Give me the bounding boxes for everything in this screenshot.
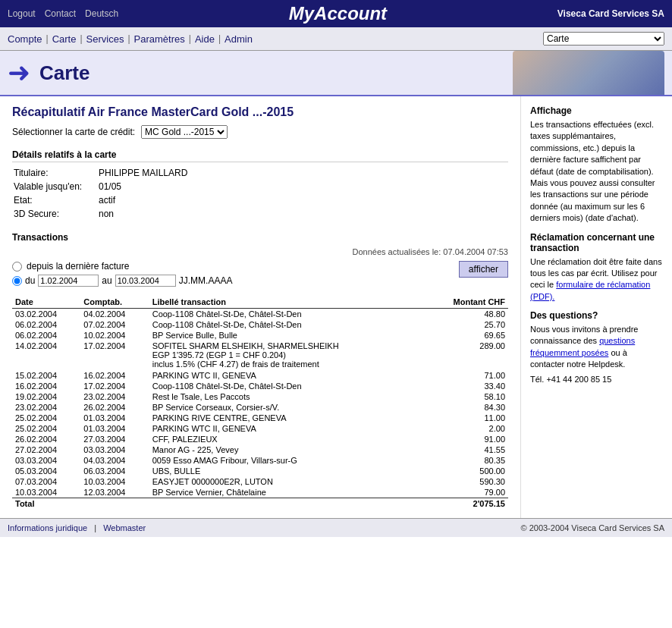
cell-comptab: 10.03.2004	[80, 476, 149, 487]
banner-title: Carte	[39, 61, 89, 85]
cell-date: 26.02.2004	[12, 434, 80, 444]
cell-label: PARKING RIVE CENTRE, GENEVA	[149, 413, 425, 423]
card-detail-label: Valable jusqu'en:	[14, 181, 97, 193]
cell-date: 05.03.2004	[12, 466, 80, 476]
sidebar-reclamation-text: Une réclamation doit être faite dans tou…	[530, 256, 663, 303]
radio-date-range[interactable]	[12, 276, 22, 286]
cell-label: PARKING WTC II, GENEVA	[149, 370, 425, 381]
footer-sep: |	[94, 523, 99, 532]
total-row: Total 2'075.15	[12, 498, 508, 510]
table-row: 10.03.2004 12.03.2004 BP Service Vernier…	[12, 487, 508, 498]
transactions-heading: Transactions	[12, 232, 508, 243]
cell-date: 03.03.2004	[12, 455, 80, 466]
cell-amount: 48.80	[425, 309, 508, 320]
col-comptab: Comptab.	[80, 296, 149, 309]
cell-amount: 71.00	[425, 370, 508, 381]
cell-comptab: 16.02.2004	[80, 370, 149, 381]
table-row: 15.02.2004 16.02.2004 PARKING WTC II, GE…	[12, 370, 508, 381]
sidebar-questions-title: Des questions?	[530, 310, 663, 321]
nav-admin[interactable]: Admin	[225, 33, 253, 45]
cell-date: 06.02.2004	[12, 330, 80, 341]
card-detail-label: Titulaire:	[14, 167, 97, 179]
nav-parametres[interactable]: Paramètres	[134, 33, 185, 45]
cell-comptab: 04.02.2004	[80, 309, 149, 320]
footer-webmaster-link[interactable]: Webmaster	[103, 523, 146, 532]
cell-date: 25.02.2004	[12, 413, 80, 423]
table-row: 23.02.2004 26.02.2004 BP Service Corseau…	[12, 402, 508, 413]
cell-comptab: 12.03.2004	[80, 487, 149, 498]
total-amount: 2'075.15	[425, 498, 508, 510]
card-detail-value: PHILIPPE MAILLARD	[99, 167, 190, 179]
cell-amount: 91.00	[425, 434, 508, 444]
table-row: 26.02.2004 27.03.2004 CFF, PALEZIEUX 91.…	[12, 434, 508, 444]
cell-comptab: 26.02.2004	[80, 402, 149, 413]
card-detail-value: 01/05	[99, 181, 190, 193]
au-label: au	[102, 275, 111, 286]
cell-comptab: 04.03.2004	[80, 455, 149, 466]
afficher-button[interactable]: afficher	[459, 261, 508, 278]
cell-label: BP Service Vernier, Châtelaine	[149, 487, 425, 498]
cell-amount: 80.35	[425, 455, 508, 466]
cell-date: 06.02.2004	[12, 319, 80, 330]
transactions-table: Date Comptab. Libellé transaction Montan…	[12, 296, 508, 509]
nav-services[interactable]: Services	[86, 33, 124, 45]
date-to-input[interactable]	[115, 275, 176, 287]
sidebar-affichage-text: Les transactions effectuées (excl. taxes…	[530, 119, 663, 225]
contact-link[interactable]: Contact	[45, 8, 76, 19]
cell-comptab: 01.03.2004	[80, 413, 149, 423]
cell-amount: 590.30	[425, 476, 508, 487]
cell-label: Rest le Tsale, Les Paccots	[149, 391, 425, 402]
table-row: 03.02.2004 04.02.2004 Coop-1108 Châtel-S…	[12, 309, 508, 320]
col-label: Libellé transaction	[149, 296, 425, 309]
cell-label: Coop-1108 Châtel-St-De, Châtel-St-Den	[149, 381, 425, 391]
date-from-input[interactable]	[38, 275, 99, 287]
sidebar-questions-text: Nous vous invitons à prendre connaissanc…	[530, 324, 663, 371]
nav-compte[interactable]: Compte	[8, 33, 42, 45]
col-amount: Montant CHF	[425, 296, 508, 309]
card-detail-value: actif	[99, 194, 190, 206]
cell-amount: 69.65	[425, 330, 508, 341]
sep2: |	[80, 33, 82, 44]
col-date: Date	[12, 296, 80, 309]
nav-links: Compte | Carte | Services | Paramètres |…	[8, 33, 253, 45]
table-row: 25.02.2004 01.03.2004 PARKING WTC II, GE…	[12, 423, 508, 434]
credit-card-select[interactable]: MC Gold ...-2015	[141, 125, 228, 139]
table-row: 06.02.2004 07.02.2004 Coop-1108 Châtel-S…	[12, 319, 508, 330]
cell-date: 14.02.2004	[12, 341, 80, 370]
brand-name: Viseca Card Services SA	[557, 8, 664, 19]
radio-last-invoice[interactable]	[12, 262, 22, 272]
cell-label: BP Service Bulle, Bulle	[149, 330, 425, 341]
date-updated: Données actualisées le: 07.04.2004 07:53	[12, 247, 508, 256]
nav-carte[interactable]: Carte	[52, 33, 77, 45]
cell-date: 27.02.2004	[12, 444, 80, 455]
cell-comptab: 06.03.2004	[80, 466, 149, 476]
banner-arrow: ➜	[8, 57, 30, 89]
table-row: 07.03.2004 10.03.2004 EASYJET 0000000E2R…	[12, 476, 508, 487]
cell-label: Manor AG - 225, Vevey	[149, 444, 425, 455]
logout-link[interactable]: Logout	[8, 8, 36, 19]
navbar-select[interactable]: Carte Compte Services Paramètres	[543, 32, 664, 46]
cell-comptab: 17.02.2004	[80, 381, 149, 391]
cell-amount: 84.30	[425, 402, 508, 413]
language-link[interactable]: Deutsch	[85, 8, 118, 19]
card-detail-label: Etat:	[14, 194, 97, 206]
banner-photo	[513, 51, 664, 96]
footer-legal-link[interactable]: Informations juridique	[8, 523, 87, 532]
cell-date: 03.02.2004	[12, 309, 80, 320]
card-detail-row: 3D Secure: non	[14, 208, 190, 220]
cell-label: CFF, PALEZIEUX	[149, 434, 425, 444]
cell-label: SOFITEL SHARM ELSHEIKH, SHARMELSHEIKHEGP…	[149, 341, 425, 370]
credit-select-label: Sélectionner la carte de crédit:	[12, 127, 135, 137]
cell-comptab: 23.02.2004	[80, 391, 149, 402]
footer-links: Informations juridique | Webmaster	[8, 523, 146, 532]
nav-aide[interactable]: Aide	[195, 33, 215, 45]
cell-amount: 58.10	[425, 391, 508, 402]
cell-amount: 79.00	[425, 487, 508, 498]
card-details-heading: Détails relatifs à la carte	[12, 149, 508, 162]
table-row: 03.03.2004 04.03.2004 0059 Esso AMAG Fri…	[12, 455, 508, 466]
sep5: |	[218, 33, 221, 44]
radio-last-invoice-label: depuis la dernière facture	[27, 261, 129, 272]
date-range-row: du au JJ.MM.AAAA	[12, 275, 459, 287]
sidebar-reclamation-title: Réclamation concernant une transaction	[530, 232, 663, 253]
cell-label: EASYJET 0000000E2R, LUTON	[149, 476, 425, 487]
